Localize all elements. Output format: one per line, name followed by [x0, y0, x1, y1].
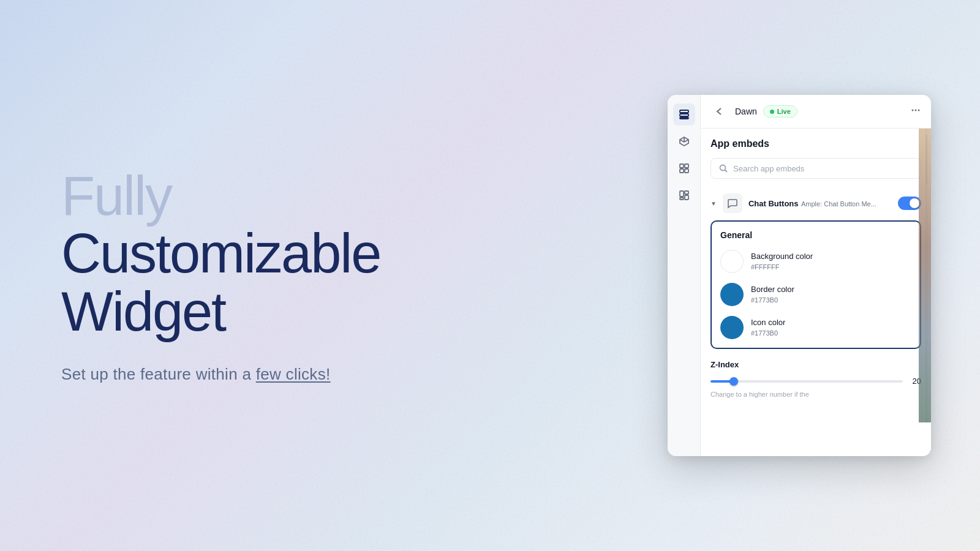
- embed-info: Chat Buttons Ample: Chat Button Me...: [748, 198, 892, 209]
- icon-color-hex: #1773B0: [751, 329, 778, 337]
- search-icon: [718, 163, 728, 173]
- headline-line1: Fully: [61, 167, 490, 225]
- background-color-name: Background color: [751, 252, 813, 261]
- embed-app-icon: [723, 193, 742, 213]
- icon-color-label: Icon color #1773B0: [751, 318, 785, 337]
- embed-subtitle: Ample: Chat Button Me...: [801, 200, 876, 208]
- sidebar-apps-icon[interactable]: [673, 130, 695, 152]
- headline: Fully Customizable Widget: [61, 167, 490, 341]
- page-container: Fully Customizable Widget Set up the fea…: [0, 0, 980, 551]
- icon-color-swatch: [720, 316, 744, 339]
- subtitle: Set up the feature within a few clicks!: [61, 365, 490, 384]
- svg-rect-5: [680, 169, 684, 173]
- embed-item[interactable]: ▼ Chat Buttons Ample: Chat Button Me...: [710, 189, 921, 218]
- svg-rect-6: [685, 169, 688, 173]
- slider-thumb[interactable]: [729, 377, 738, 386]
- background-color-swatch: [720, 250, 744, 273]
- zindex-hint: Change to a higher number if the: [710, 391, 921, 398]
- live-label: Live: [777, 108, 791, 115]
- sidebar-blocks-icon[interactable]: [673, 184, 695, 206]
- mockup-content: App embeds Search app embeds ▼: [701, 129, 931, 456]
- zindex-title: Z-Index: [710, 360, 921, 369]
- back-button[interactable]: [710, 102, 729, 121]
- svg-point-13: [918, 110, 920, 111]
- svg-rect-10: [680, 198, 684, 200]
- mockup-sidebar: [668, 95, 701, 456]
- theme-name: Dawn: [735, 107, 757, 116]
- embed-chevron-icon: ▼: [710, 200, 717, 207]
- general-panel: General Background color #FFFFFF Bor: [710, 220, 921, 349]
- headline-line3: Widget: [61, 283, 490, 341]
- subtitle-prefix: Set up the feature within a: [61, 365, 256, 383]
- svg-rect-3: [680, 164, 684, 168]
- svg-rect-1: [680, 114, 688, 116]
- svg-point-12: [915, 110, 917, 111]
- border-color-hex: #1773B0: [751, 296, 778, 304]
- subtitle-link[interactable]: few clicks!: [256, 365, 331, 383]
- live-badge: Live: [763, 105, 797, 118]
- mockup-main: Dawn Live App embeds: [701, 95, 931, 456]
- ui-mockup: Dawn Live App embeds: [668, 95, 931, 456]
- background-color-label: Background color #FFFFFF: [751, 252, 813, 271]
- border-color-swatch: [720, 283, 744, 306]
- svg-point-11: [912, 110, 914, 111]
- slider-track[interactable]: [710, 380, 903, 383]
- zindex-section: Z-Index 20 Change to a higher number if …: [710, 358, 921, 400]
- svg-point-14: [720, 165, 726, 171]
- more-menu-button[interactable]: [910, 105, 921, 118]
- slider-row: 20: [710, 377, 921, 386]
- left-content: Fully Customizable Widget Set up the fea…: [61, 167, 490, 384]
- background-color-hex: #FFFFFF: [751, 263, 779, 271]
- right-content: Dawn Live App embeds: [668, 95, 931, 456]
- embed-toggle[interactable]: [898, 197, 921, 210]
- icon-color-row[interactable]: Icon color #1773B0: [720, 316, 911, 339]
- background-color-row[interactable]: Background color #FFFFFF: [720, 250, 911, 273]
- svg-rect-9: [685, 195, 688, 200]
- embed-name: Chat Buttons: [748, 199, 799, 208]
- border-color-name: Border color: [751, 285, 794, 294]
- live-dot: [770, 110, 774, 114]
- border-color-label: Border color #1773B0: [751, 285, 794, 304]
- svg-rect-2: [680, 118, 688, 119]
- headline-line2: Customizable: [61, 225, 490, 283]
- general-panel-title: General: [720, 230, 911, 240]
- background-image-peek: [919, 129, 931, 422]
- sidebar-sections-icon[interactable]: [673, 103, 695, 126]
- svg-rect-7: [680, 191, 684, 197]
- section-title: App embeds: [710, 138, 921, 149]
- mockup-header: Dawn Live: [701, 95, 931, 129]
- sidebar-widgets-icon[interactable]: [673, 157, 695, 179]
- svg-rect-8: [685, 191, 688, 194]
- svg-rect-4: [685, 164, 688, 168]
- svg-rect-0: [680, 110, 688, 113]
- search-bar[interactable]: Search app embeds: [710, 158, 921, 179]
- search-placeholder: Search app embeds: [733, 164, 804, 173]
- icon-color-name: Icon color: [751, 318, 785, 327]
- border-color-row[interactable]: Border color #1773B0: [720, 283, 911, 306]
